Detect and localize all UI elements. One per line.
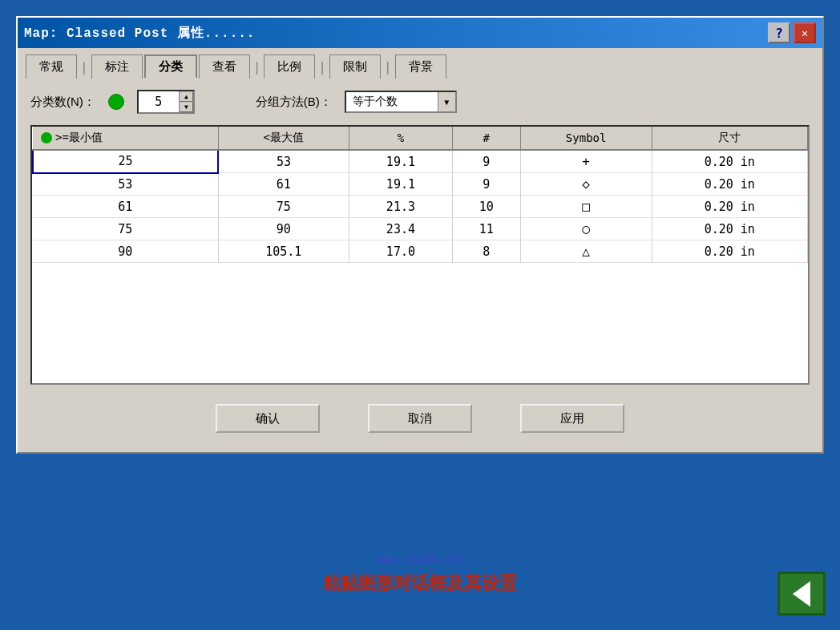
cancel-button[interactable]: 取消: [368, 404, 472, 433]
table-row[interactable]: 759023.411○0.20 in: [33, 218, 808, 240]
tab-view[interactable]: 查看: [199, 55, 250, 79]
data-table-container: >=最小值 <最大值 % # Symbol 尺寸 255319.19+0.20 …: [30, 125, 810, 385]
cell-symbol: +: [520, 150, 652, 173]
cell-count: 11: [452, 218, 520, 240]
title-bar-buttons: ? ✕: [768, 22, 816, 43]
cell-max: 53: [218, 150, 349, 173]
cell-pct: 17.0: [349, 240, 453, 263]
cell-max: 61: [218, 173, 349, 196]
title-bar: Map: Classed Post 属性...... ? ✕: [18, 18, 822, 48]
back-button[interactable]: [777, 571, 826, 616]
help-button[interactable]: ?: [768, 22, 790, 43]
cell-size: 0.20 in: [652, 173, 807, 196]
table-row[interactable]: 617521.310□0.20 in: [33, 196, 808, 218]
cell-max: 105.1: [218, 240, 349, 263]
class-count-indicator: [108, 94, 124, 110]
col-header-size: 尺寸: [652, 127, 807, 150]
cell-min: 90: [33, 240, 218, 263]
close-button[interactable]: ✕: [794, 22, 816, 43]
col-header-count: #: [452, 127, 520, 150]
cell-count: 8: [452, 240, 520, 263]
col-header-min: >=最小值: [33, 127, 218, 150]
cell-count: 9: [452, 173, 520, 196]
table-header-row: >=最小值 <最大值 % # Symbol 尺寸: [33, 127, 808, 150]
controls-row: 分类数(N)： ▲ ▼ 分组方法(B)： 等于个数 ▼: [30, 90, 810, 114]
tab-annotation[interactable]: 标注: [91, 55, 143, 79]
cell-symbol: ◇: [520, 173, 652, 196]
cell-size: 0.20 in: [652, 240, 807, 263]
table-row[interactable]: 90105.117.08△0.20 in: [33, 240, 808, 263]
cell-pct: 23.4: [349, 218, 453, 240]
group-method-dropdown[interactable]: 等于个数 ▼: [345, 91, 457, 113]
cell-size: 0.20 in: [652, 196, 807, 218]
watermark-url: www.niubb.net: [376, 552, 464, 565]
cell-max: 75: [218, 196, 349, 218]
dropdown-arrow-icon[interactable]: ▼: [438, 92, 455, 111]
cell-symbol: □: [520, 196, 652, 218]
header-dot-icon: [41, 132, 52, 143]
tab-scale[interactable]: 比例: [264, 55, 315, 79]
class-count-input[interactable]: [139, 91, 179, 112]
cell-max: 90: [218, 218, 349, 240]
dialog-title: Map: Classed Post 属性......: [24, 25, 255, 42]
cell-count: 9: [452, 150, 520, 173]
data-table: >=最小值 <最大值 % # Symbol 尺寸 255319.19+0.20 …: [32, 127, 808, 263]
confirm-button[interactable]: 确认: [216, 404, 320, 433]
table-row[interactable]: 536119.19◇0.20 in: [33, 173, 808, 196]
class-count-label: 分类数(N)：: [30, 95, 95, 110]
spin-down-button[interactable]: ▼: [180, 102, 193, 112]
cell-min: 61: [33, 196, 218, 218]
cell-count: 10: [452, 196, 520, 218]
cell-pct: 21.3: [349, 196, 453, 218]
table-row[interactable]: 255319.19+0.20 in: [33, 150, 808, 173]
cell-min: 25: [33, 150, 218, 173]
class-count-spinbox[interactable]: ▲ ▼: [137, 90, 195, 114]
tab-general[interactable]: 常规: [26, 55, 77, 79]
apply-button[interactable]: 应用: [520, 404, 624, 433]
tab-limit[interactable]: 限制: [329, 55, 381, 79]
cell-symbol: △: [520, 240, 652, 263]
cell-pct: 19.1: [349, 173, 453, 196]
cell-min: 53: [33, 173, 218, 196]
col-header-symbol: Symbol: [520, 127, 652, 150]
back-arrow-icon: [793, 581, 810, 607]
dialog-window: Map: Classed Post 属性...... ? ✕ 常规 | 标注 分…: [16, 16, 824, 454]
dialog-content: 分类数(N)： ▲ ▼ 分组方法(B)： 等于个数 ▼: [18, 79, 822, 452]
dropdown-selected: 等于个数: [346, 95, 438, 109]
table-empty-area: [32, 263, 808, 383]
cell-size: 0.20 in: [652, 218, 807, 240]
cell-size: 0.20 in: [652, 150, 807, 173]
tab-bar: 常规 | 标注 分类 查看 | 比例 | 限制 | 背景: [18, 48, 822, 79]
col-header-pct: %: [349, 127, 453, 150]
col-header-max: <最大值: [218, 127, 349, 150]
cell-min: 75: [33, 218, 218, 240]
group-method-label: 分组方法(B)：: [256, 95, 332, 110]
spinbox-arrows: ▲ ▼: [179, 91, 193, 112]
tab-classify[interactable]: 分类: [144, 55, 197, 79]
buttons-row: 确认 取消 应用: [30, 396, 810, 441]
watermark-text: 粘贴图形对话框及其设置: [323, 571, 517, 596]
cell-pct: 19.1: [349, 150, 453, 173]
tab-background[interactable]: 背景: [395, 55, 446, 79]
watermark-area: www.niubb.net 粘贴图形对话框及其设置: [0, 518, 840, 630]
spin-up-button[interactable]: ▲: [180, 91, 193, 102]
table-body: 255319.19+0.20 in536119.19◇0.20 in617521…: [33, 150, 808, 263]
cell-symbol: ○: [520, 218, 652, 240]
